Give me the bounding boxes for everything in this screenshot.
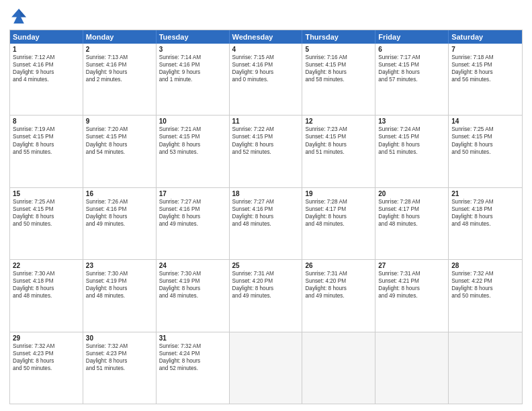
day-number: 26 [305, 262, 372, 269]
cell-line-2: Daylight: 8 hours [13, 357, 80, 365]
cal-cell-day-22: 22Sunrise: 7:30 AMSunset: 4:18 PMDayligh… [10, 260, 83, 331]
cell-line-0: Sunrise: 7:29 AM [451, 198, 519, 205]
cell-line-0: Sunrise: 7:14 AM [159, 54, 226, 61]
cal-cell-day-2: 2Sunrise: 7:13 AMSunset: 4:16 PMDaylight… [83, 44, 157, 115]
cell-line-2: Daylight: 8 hours [159, 213, 226, 220]
cal-cell-day-7: 7Sunrise: 7:18 AMSunset: 4:15 PMDaylight… [449, 44, 522, 115]
page: SundayMondayTuesdayWednesdayThursdayFrid… [0, 0, 532, 411]
day-number: 8 [13, 118, 80, 125]
cell-line-0: Sunrise: 7:12 AM [13, 54, 80, 61]
cell-line-3: and 48 minutes. [159, 292, 226, 300]
cell-line-0: Sunrise: 7:30 AM [13, 270, 80, 277]
cal-cell-day-19: 19Sunrise: 7:28 AMSunset: 4:17 PMDayligh… [302, 188, 375, 259]
day-number: 28 [451, 262, 519, 269]
cell-line-3: and 49 minutes. [86, 220, 153, 228]
calendar-header: SundayMondayTuesdayWednesdayThursdayFrid… [10, 30, 522, 44]
cell-line-3: and 56 minutes. [451, 76, 519, 83]
cal-cell-day-28: 28Sunrise: 7:32 AMSunset: 4:22 PMDayligh… [449, 260, 522, 331]
cell-line-2: Daylight: 9 hours [232, 68, 300, 76]
cell-line-0: Sunrise: 7:22 AM [232, 126, 300, 133]
cal-week-3: 15Sunrise: 7:25 AMSunset: 4:15 PMDayligh… [10, 187, 522, 259]
cell-line-3: and 57 minutes. [378, 76, 445, 83]
day-number: 3 [159, 46, 226, 53]
cal-cell-day-5: 5Sunrise: 7:16 AMSunset: 4:15 PMDaylight… [302, 44, 375, 115]
cell-line-1: Sunset: 4:24 PM [159, 350, 226, 357]
cell-line-1: Sunset: 4:15 PM [451, 133, 519, 140]
cal-cell-day-31: 31Sunrise: 7:32 AMSunset: 4:24 PMDayligh… [157, 332, 230, 404]
cell-line-2: Daylight: 8 hours [159, 141, 226, 148]
cal-week-5: 29Sunrise: 7:32 AMSunset: 4:23 PMDayligh… [10, 332, 522, 404]
cell-line-3: and 4 minutes. [13, 76, 80, 83]
cell-line-1: Sunset: 4:16 PM [159, 61, 226, 68]
cal-cell-day-10: 10Sunrise: 7:21 AMSunset: 4:15 PMDayligh… [157, 116, 230, 187]
cell-line-3: and 49 minutes. [159, 220, 226, 228]
cell-line-0: Sunrise: 7:31 AM [232, 270, 300, 277]
cell-line-2: Daylight: 8 hours [13, 213, 80, 220]
cell-line-0: Sunrise: 7:24 AM [378, 126, 445, 133]
cell-line-0: Sunrise: 7:16 AM [305, 54, 372, 61]
cell-line-1: Sunset: 4:15 PM [305, 61, 372, 68]
day-number: 31 [159, 334, 226, 342]
cell-line-2: Daylight: 8 hours [86, 141, 153, 148]
cell-line-1: Sunset: 4:15 PM [232, 133, 300, 140]
cell-line-3: and 0 minutes. [232, 76, 300, 83]
day-number: 14 [451, 118, 519, 125]
cell-line-0: Sunrise: 7:26 AM [86, 198, 153, 205]
cell-line-2: Daylight: 8 hours [451, 141, 519, 148]
calendar-body: 1Sunrise: 7:12 AMSunset: 4:16 PMDaylight… [10, 44, 522, 404]
day-number: 10 [159, 118, 226, 125]
cal-cell-day-16: 16Sunrise: 7:26 AMSunset: 4:16 PMDayligh… [83, 188, 157, 259]
cell-line-1: Sunset: 4:15 PM [378, 61, 445, 68]
cell-line-0: Sunrise: 7:32 AM [13, 342, 80, 350]
cell-line-0: Sunrise: 7:25 AM [451, 126, 519, 133]
cell-line-0: Sunrise: 7:21 AM [159, 126, 226, 133]
cal-cell-day-11: 11Sunrise: 7:22 AMSunset: 4:15 PMDayligh… [230, 116, 303, 187]
day-number: 18 [232, 190, 300, 197]
day-number: 1 [13, 46, 80, 53]
day-number: 11 [232, 118, 300, 125]
calendar: SundayMondayTuesdayWednesdayThursdayFrid… [9, 30, 523, 404]
cal-cell-day-17: 17Sunrise: 7:27 AMSunset: 4:16 PMDayligh… [157, 188, 230, 259]
cell-line-2: Daylight: 8 hours [378, 68, 445, 76]
cal-cell-day-18: 18Sunrise: 7:27 AMSunset: 4:16 PMDayligh… [230, 188, 303, 259]
cell-line-1: Sunset: 4:20 PM [305, 277, 372, 285]
day-number: 12 [305, 118, 372, 125]
cell-line-2: Daylight: 8 hours [232, 213, 300, 220]
cell-line-2: Daylight: 8 hours [159, 285, 226, 292]
cal-cell-day-6: 6Sunrise: 7:17 AMSunset: 4:15 PMDaylight… [375, 44, 449, 115]
cell-line-3: and 50 minutes. [13, 365, 80, 372]
cell-line-3: and 50 minutes. [13, 220, 80, 228]
cell-line-0: Sunrise: 7:20 AM [86, 126, 153, 133]
cell-line-1: Sunset: 4:16 PM [86, 61, 153, 68]
day-number: 17 [159, 190, 226, 197]
cal-cell-day-3: 3Sunrise: 7:14 AMSunset: 4:16 PMDaylight… [157, 44, 230, 115]
cell-line-3: and 48 minutes. [232, 220, 300, 228]
day-number: 7 [451, 46, 519, 53]
cell-line-2: Daylight: 8 hours [451, 68, 519, 76]
cal-cell-empty [302, 332, 375, 404]
cell-line-0: Sunrise: 7:23 AM [305, 126, 372, 133]
cell-line-0: Sunrise: 7:28 AM [378, 198, 445, 205]
cal-cell-day-14: 14Sunrise: 7:25 AMSunset: 4:15 PMDayligh… [449, 116, 522, 187]
cal-cell-day-9: 9Sunrise: 7:20 AMSunset: 4:15 PMDaylight… [83, 116, 157, 187]
cal-cell-day-23: 23Sunrise: 7:30 AMSunset: 4:19 PMDayligh… [83, 260, 157, 331]
cell-line-0: Sunrise: 7:13 AM [86, 54, 153, 61]
cal-cell-day-27: 27Sunrise: 7:31 AMSunset: 4:21 PMDayligh… [375, 260, 449, 331]
day-number: 9 [86, 118, 153, 125]
cell-line-0: Sunrise: 7:15 AM [232, 54, 300, 61]
day-number: 24 [159, 262, 226, 269]
cell-line-0: Sunrise: 7:18 AM [451, 54, 519, 61]
cell-line-3: and 52 minutes. [232, 148, 300, 156]
cal-header-day-sunday: Sunday [10, 30, 83, 44]
cell-line-3: and 48 minutes. [13, 292, 80, 300]
cell-line-1: Sunset: 4:15 PM [159, 133, 226, 140]
cal-cell-day-25: 25Sunrise: 7:31 AMSunset: 4:20 PMDayligh… [230, 260, 303, 331]
cell-line-3: and 53 minutes. [159, 148, 226, 156]
cal-week-4: 22Sunrise: 7:30 AMSunset: 4:18 PMDayligh… [10, 259, 522, 331]
day-number: 15 [13, 190, 80, 197]
cell-line-3: and 48 minutes. [451, 220, 519, 228]
cal-header-day-tuesday: Tuesday [157, 30, 230, 44]
cell-line-1: Sunset: 4:22 PM [451, 277, 519, 285]
cell-line-1: Sunset: 4:16 PM [13, 61, 80, 68]
cell-line-2: Daylight: 8 hours [378, 213, 445, 220]
